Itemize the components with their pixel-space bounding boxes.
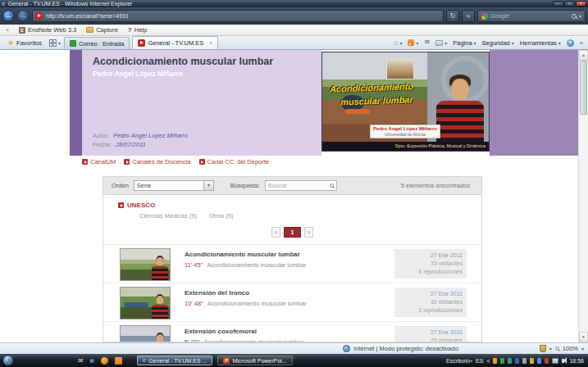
search-options-chevron-icon[interactable]: ▾ bbox=[579, 13, 581, 19]
zoom-icon[interactable] bbox=[555, 347, 559, 351]
category-otros[interactable]: Otros (5) bbox=[209, 212, 234, 220]
vertical-scrollbar[interactable]: ▲ ▼ bbox=[578, 50, 588, 342]
capture-label[interactable]: Capture bbox=[96, 26, 118, 34]
page-menu-label[interactable]: Página bbox=[453, 39, 472, 47]
feeds-button[interactable]: ▾ bbox=[408, 39, 418, 46]
back-button[interactable]: ← bbox=[2, 10, 15, 22]
breadcrumb-deporte[interactable]: Canal CC. del Deporte bbox=[199, 158, 269, 165]
tab-general-tvumes[interactable]: General - TV.UM.ES × bbox=[132, 36, 218, 49]
ie-quicklaunch-icon[interactable]: e bbox=[90, 357, 94, 365]
app-quicklaunch-icon[interactable] bbox=[115, 357, 122, 365]
task-label[interactable]: Microsoft PowerPoi... bbox=[232, 358, 286, 364]
stop-button[interactable]: × bbox=[462, 10, 475, 22]
start-button[interactable] bbox=[2, 355, 14, 366]
tray-icon[interactable] bbox=[545, 358, 549, 364]
unesco-label[interactable]: UNESCO bbox=[127, 202, 155, 209]
zoom-level[interactable]: 100% bbox=[563, 345, 578, 352]
page-current[interactable]: 1 bbox=[284, 227, 301, 238]
minimize-button[interactable]: – bbox=[553, 1, 563, 7]
search-icon[interactable] bbox=[572, 14, 577, 19]
task-label[interactable]: General - TV.UM.ES ... bbox=[148, 358, 207, 364]
help-menu-item[interactable]: ? Help bbox=[128, 26, 147, 34]
video-banner[interactable]: Acondicionamiento muscular lumbar Pedro … bbox=[321, 52, 490, 152]
firefox-quicklaunch-icon[interactable] bbox=[101, 357, 108, 365]
tab-correo-label[interactable]: Correo : Entrada bbox=[79, 40, 124, 48]
video-thumbnail[interactable] bbox=[120, 287, 171, 319]
tab-general-label[interactable]: General - TV.UM.ES bbox=[148, 39, 203, 47]
endnote-label[interactable]: EndNote Web 3.3 bbox=[28, 26, 76, 34]
page-menu-button[interactable]: Página▾ bbox=[453, 39, 476, 47]
video-thumbnail[interactable] bbox=[120, 248, 171, 281]
read-mail-button[interactable]: ✉ bbox=[424, 39, 430, 46]
capture-menu-item[interactable]: Capture bbox=[86, 26, 118, 34]
tools-menu-label[interactable]: Herramientas bbox=[520, 39, 557, 47]
help-icon[interactable]: ? bbox=[567, 39, 574, 47]
video-title-link[interactable]: Acondicionamiento muscular lumbar bbox=[185, 251, 306, 258]
category-ciencias-medicas[interactable]: Ciencias Médicas (5) bbox=[139, 212, 197, 220]
favorites-label[interactable]: Favoritos bbox=[16, 39, 42, 47]
tray-icon[interactable] bbox=[530, 358, 534, 364]
desktop-toolbar[interactable]: Escritorio» bbox=[446, 358, 472, 364]
toolbar-overflow-chevron[interactable]: » bbox=[470, 358, 472, 363]
breadcrumb-label[interactable]: Canales de Docencia bbox=[132, 158, 190, 165]
tray-icon[interactable] bbox=[522, 358, 526, 364]
url-field[interactable]: http://tv.um.es/canal?serie=4931 bbox=[32, 10, 444, 22]
video-thumbnail[interactable] bbox=[120, 325, 171, 342]
chevron-down-icon[interactable]: ▾ bbox=[549, 346, 552, 351]
toolbar-close-icon[interactable]: × bbox=[6, 27, 9, 33]
tab-close-icon[interactable]: × bbox=[209, 40, 212, 46]
language-indicator[interactable]: ES bbox=[476, 358, 483, 364]
quick-tabs-chevron-icon[interactable]: ▾ bbox=[58, 40, 61, 46]
chevron-down-icon[interactable]: ▾ bbox=[581, 346, 584, 351]
breadcrumb-canalum[interactable]: CanalUM bbox=[82, 158, 116, 165]
select-chevron-icon[interactable]: ▼ bbox=[203, 181, 213, 190]
video-title-link[interactable]: Extensión coxofemoral bbox=[185, 328, 303, 335]
video-search-box[interactable] bbox=[265, 180, 337, 191]
refresh-button[interactable]: ↻ bbox=[446, 10, 459, 22]
tray-expand-chevron[interactable]: < bbox=[486, 358, 490, 364]
video-search-input[interactable] bbox=[268, 182, 328, 189]
page-prev-button[interactable]: < bbox=[271, 227, 280, 238]
search-provider-label[interactable]: Google bbox=[490, 13, 569, 19]
mail-quicklaunch-icon[interactable]: ✉ bbox=[78, 357, 84, 365]
scroll-down-icon[interactable]: ▼ bbox=[579, 332, 588, 342]
tray-icon[interactable] bbox=[508, 358, 512, 364]
task-ie-window[interactable]: e General - TV.UM.ES ... bbox=[137, 356, 213, 365]
endnote-menu-item[interactable]: E EndNote Web 3.3 bbox=[19, 26, 76, 34]
close-button[interactable]: × bbox=[576, 1, 586, 7]
overflow-chevron[interactable]: » bbox=[580, 39, 583, 47]
tab-correo[interactable]: Correo : Entrada bbox=[64, 37, 130, 49]
breadcrumb-label[interactable]: CanalUM bbox=[90, 158, 116, 165]
search-icon[interactable] bbox=[330, 184, 334, 188]
task-powerpoint[interactable]: P Microsoft PowerPoi... bbox=[217, 356, 292, 365]
unesco-heading[interactable]: UNESCO bbox=[118, 202, 481, 209]
breadcrumb-label[interactable]: Canal CC. del Deporte bbox=[207, 158, 269, 165]
url-text[interactable]: http://tv.um.es/canal?serie=4931 bbox=[46, 13, 129, 19]
print-button[interactable]: ▾ bbox=[435, 40, 447, 46]
help-label[interactable]: Help bbox=[134, 26, 147, 34]
scrollbar-thumb[interactable] bbox=[580, 61, 587, 115]
clock[interactable]: 18:56 bbox=[569, 358, 584, 364]
tray-icon[interactable] bbox=[493, 358, 497, 364]
speaker-icon[interactable] bbox=[562, 359, 564, 363]
breadcrumb-docencia[interactable]: Canales de Docencia bbox=[124, 158, 190, 165]
quick-tabs-button[interactable]: ▾ bbox=[46, 36, 64, 49]
scroll-up-icon[interactable]: ▲ bbox=[579, 50, 588, 61]
video-row[interactable]: Extensión coxofemoral 5' 28" Acondiciona… bbox=[103, 321, 481, 342]
favorites-button[interactable]: ★ Favoritos bbox=[3, 36, 46, 49]
author-link[interactable]: Pedro Angel Lopez Miñarro bbox=[113, 132, 188, 139]
safety-menu-button[interactable]: Seguridad▾ bbox=[482, 39, 514, 47]
video-row[interactable]: Extensión del tronco 10' 48" Acondiciona… bbox=[103, 283, 481, 321]
protected-mode-icon[interactable] bbox=[540, 345, 546, 352]
desktop-label[interactable]: Escritorio bbox=[446, 358, 470, 364]
safety-menu-label[interactable]: Seguridad bbox=[482, 39, 510, 47]
search-box[interactable]: Google ▾ bbox=[477, 10, 586, 22]
home-button[interactable]: ⌂▾ bbox=[394, 39, 402, 47]
video-title-link[interactable]: Extensión del tronco bbox=[185, 289, 307, 297]
maximize-button[interactable]: □ bbox=[564, 1, 575, 7]
video-row[interactable]: Acondicionamiento muscular lumbar 11' 45… bbox=[103, 244, 481, 283]
order-select[interactable]: Serie ▼ bbox=[134, 180, 214, 191]
tray-icon[interactable] bbox=[537, 358, 541, 364]
tray-icon[interactable] bbox=[515, 358, 519, 364]
page-next-button[interactable]: > bbox=[304, 227, 313, 238]
